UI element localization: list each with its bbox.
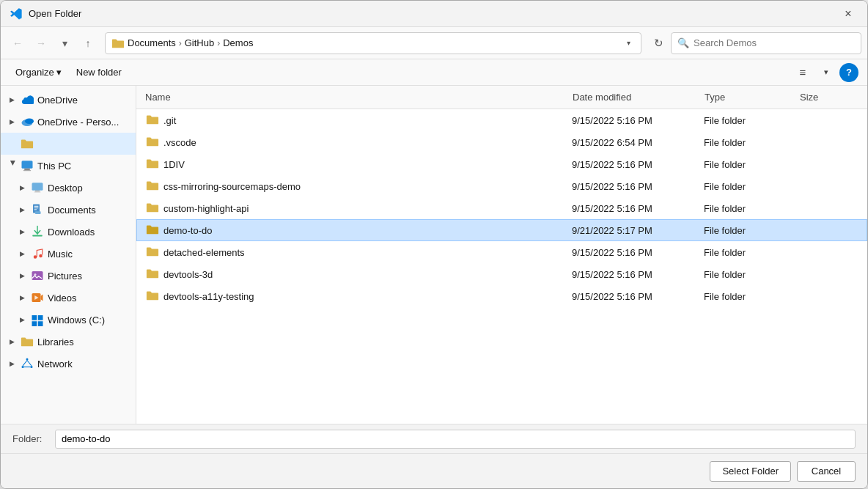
sidebar-item-videos[interactable]: ▶ Videos	[11, 287, 136, 309]
file-type-cell: File folder	[704, 247, 799, 258]
documents-icon	[31, 203, 44, 216]
svg-line-27	[23, 361, 27, 367]
new-folder-label: New folder	[76, 67, 122, 78]
sidebar-item-generic-folder[interactable]	[1, 133, 136, 155]
refresh-button[interactable]: ↻	[647, 32, 669, 54]
table-row[interactable]: .git 9/15/2022 5:16 PM File folder	[136, 109, 867, 131]
header-size[interactable]: Size	[800, 92, 858, 103]
expand-icon: ▶	[17, 271, 27, 281]
table-row[interactable]: 1DIV 9/15/2022 5:16 PM File folder	[136, 153, 867, 175]
forward-button[interactable]: →	[30, 32, 52, 54]
svg-rect-4	[23, 170, 32, 171]
onedrive-label: OneDrive	[37, 95, 78, 106]
file-name-cell: .vscode	[146, 136, 572, 150]
windows-c-label: Windows (C:)	[48, 315, 105, 326]
file-list: Name Date modified Type Size .git 9/15/2…	[136, 86, 867, 424]
view-toggle-button[interactable]: ≡	[792, 62, 813, 83]
folder-icon	[146, 180, 159, 194]
file-name-text: css-mirroring-sourcemaps-demo	[163, 181, 301, 192]
sidebar-item-downloads[interactable]: ▶ Downloads	[11, 221, 136, 243]
file-name-cell: .git	[146, 114, 572, 128]
sidebar-item-documents[interactable]: ▶ Documents	[11, 199, 136, 221]
svg-line-28	[27, 361, 32, 367]
windows-icon	[31, 313, 44, 326]
dialog-title: Open Folder	[29, 8, 838, 19]
header-type[interactable]: Type	[705, 92, 800, 103]
file-date-cell: 9/15/2022 5:16 PM	[572, 291, 704, 302]
svg-rect-10	[34, 207, 39, 208]
expand-icon: ▶	[17, 249, 27, 259]
search-box[interactable]: 🔍	[671, 32, 861, 54]
file-date-cell: 9/15/2022 6:54 PM	[572, 137, 704, 148]
table-row[interactable]: detached-elements 9/15/2022 5:16 PM File…	[136, 241, 867, 263]
file-rows-container: .git 9/15/2022 5:16 PM File folder .vsco…	[136, 109, 867, 307]
up-button[interactable]: ↑	[77, 32, 99, 54]
file-date-cell: 9/15/2022 5:16 PM	[572, 181, 704, 192]
folder-icon	[146, 290, 159, 304]
dropdown-button[interactable]: ▾	[54, 32, 76, 54]
file-name-cell: detached-elements	[146, 246, 572, 260]
back-button[interactable]: ←	[7, 32, 29, 54]
file-name-cell: css-mirroring-sourcemaps-demo	[146, 180, 572, 194]
music-label: Music	[48, 249, 73, 260]
table-row[interactable]: demo-to-do 9/21/2022 5:17 PM File folder	[136, 219, 867, 241]
crumb-sep-2: ›	[217, 38, 220, 48]
folder-label: Folder:	[12, 433, 49, 444]
sidebar-item-music[interactable]: ▶ Music	[11, 243, 136, 265]
table-row[interactable]: .vscode 9/15/2022 6:54 PM File folder	[136, 131, 867, 153]
svg-rect-20	[32, 315, 37, 320]
folder-generic-icon	[21, 137, 34, 150]
svg-rect-22	[32, 321, 37, 326]
svg-rect-5	[32, 183, 43, 191]
file-date-cell: 9/15/2022 5:16 PM	[572, 159, 704, 170]
view-dropdown-button[interactable]: ▾	[816, 62, 836, 83]
sidebar-item-pictures[interactable]: ▶ Pictures	[11, 265, 136, 287]
svg-rect-23	[38, 321, 43, 326]
help-button[interactable]: ?	[839, 63, 858, 82]
cancel-button[interactable]: Cancel	[797, 461, 856, 482]
select-folder-button[interactable]: Select Folder	[710, 461, 791, 482]
sidebar-item-libraries[interactable]: ▶ Libraries	[1, 331, 136, 353]
crumb-demos: Demos	[223, 37, 253, 48]
table-row[interactable]: devtools-a11y-testing 9/15/2022 5:16 PM …	[136, 285, 867, 307]
table-row[interactable]: devtools-3d 9/15/2022 5:16 PM File folde…	[136, 263, 867, 285]
svg-rect-21	[38, 315, 43, 320]
navbar: ← → ▾ ↑ Documents › GitHub › Demos ▾ ↻ 🔍	[1, 27, 867, 59]
folder-icon	[146, 114, 159, 128]
address-dropdown-icon[interactable]: ▾	[622, 37, 635, 50]
header-name[interactable]: Name	[145, 92, 573, 103]
file-type-cell: File folder	[704, 181, 799, 192]
this-pc-icon	[21, 159, 34, 172]
sidebar-item-onedrive-personal[interactable]: ▶ OneDrive - Perso...	[1, 111, 136, 133]
address-bar[interactable]: Documents › GitHub › Demos ▾	[105, 32, 641, 54]
table-row[interactable]: css-mirroring-sourcemaps-demo 9/15/2022 …	[136, 175, 867, 197]
crumb-documents: Documents	[128, 37, 176, 48]
open-folder-dialog: Open Folder × ← → ▾ ↑ Documents › GitHub…	[0, 0, 868, 489]
expand-icon: ▶	[17, 227, 27, 237]
toolbar: Organize ▾ New folder ≡ ▾ ?	[1, 59, 867, 86]
organize-button[interactable]: Organize ▾	[10, 63, 67, 82]
new-folder-button[interactable]: New folder	[70, 63, 128, 82]
file-date-cell: 9/15/2022 5:16 PM	[572, 247, 704, 258]
close-button[interactable]: ×	[838, 4, 858, 24]
sidebar-item-this-pc[interactable]: ▶ This PC	[1, 155, 136, 177]
search-input[interactable]	[694, 37, 855, 48]
downloads-icon	[31, 225, 44, 238]
header-date[interactable]: Date modified	[573, 92, 705, 103]
sidebar-item-windows-c[interactable]: ▶ Windows (C:)	[11, 309, 136, 331]
folder-input[interactable]	[55, 430, 856, 449]
sidebar-item-onedrive[interactable]: ▶ OneDrive	[1, 89, 136, 111]
expand-icon: ▶	[17, 293, 27, 303]
network-icon	[21, 357, 34, 370]
file-name-text: .vscode	[163, 137, 196, 148]
svg-rect-2	[22, 161, 33, 169]
table-row[interactable]: custom-highlight-api 9/15/2022 5:16 PM F…	[136, 197, 867, 219]
file-name-text: 1DIV	[163, 159, 185, 170]
svg-point-15	[39, 254, 43, 258]
svg-rect-6	[35, 191, 40, 192]
file-name-cell: demo-to-do	[146, 224, 572, 238]
sidebar-item-network[interactable]: ▶ Network	[1, 353, 136, 375]
file-date-cell: 9/21/2022 5:17 PM	[572, 225, 704, 236]
folder-icon	[146, 136, 159, 150]
sidebar-item-desktop[interactable]: ▶ Desktop	[11, 177, 136, 199]
